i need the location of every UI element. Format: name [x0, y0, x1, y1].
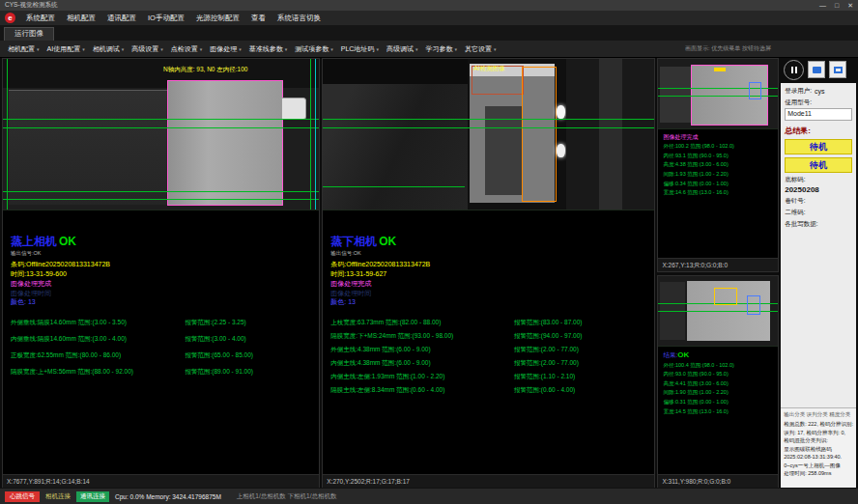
alarm-range: 报警范围:(2.25 - 3.25)	[186, 319, 312, 327]
right-camera-image[interactable]: AI检测图像	[323, 59, 654, 210]
roi-box-yellow	[714, 288, 737, 305]
menu-item[interactable]: 通讯配置	[101, 14, 142, 23]
small-camera-column: 图像处理完成 外径:100.2 范围:(98.0 - 102.0)内径:93.1…	[657, 58, 779, 489]
measurement-row: 隔膜宽度:上+MS:56mm 范围:(88.00 - 92.00)报警范围:(8…	[11, 368, 311, 377]
guide-line	[315, 59, 316, 210]
measure-line	[323, 127, 654, 128]
chevron-down-icon: ▾	[82, 46, 85, 52]
toolbar-item[interactable]: 学习参数▾	[421, 44, 461, 54]
measurement-value: 内侧垂线:隔膜14.60mm 范围:(3.00 - 4.00)	[11, 335, 186, 344]
toolbar-item-label: 相机配置	[8, 44, 35, 54]
chevron-down-icon: ▾	[239, 46, 242, 52]
model-label: 使用型号:	[785, 98, 852, 107]
right-barcode: 条码:Offline2025020813313472B	[330, 260, 646, 269]
pause-icon	[795, 67, 797, 73]
small-top-camera-image[interactable]	[658, 59, 778, 129]
toolbar-item-label: 点检设置	[171, 44, 198, 54]
menu-item[interactable]: 查看	[245, 14, 272, 23]
stats-panel: 输出分类 误判分类 精度分类 检测总数: 222, 检码分辨识别:误判: 17,…	[781, 407, 856, 489]
small-bottom-result-area: 结果:OK 外径:100.4 范围:(98.0 - 102.0)内径:93.0 …	[658, 347, 778, 475]
roll-number-label: 卷针号:	[785, 197, 852, 206]
alarm-range: 报警范围:(89.00 - 91.00)	[186, 368, 312, 377]
measurement-line: 内径:93.0 范围:(90.0 - 95.0)	[663, 370, 773, 379]
toolbar-item[interactable]: 高级设置▾	[128, 44, 167, 54]
toolbar-item[interactable]: 图像处理▾	[206, 44, 245, 54]
stats-line: 处理时间: 258.09ms	[784, 469, 853, 478]
small-bottom-result-ok: OK	[677, 350, 689, 359]
toolbar-item[interactable]: 点检设置▾	[167, 44, 207, 54]
maximize-button[interactable]: □	[835, 2, 839, 9]
qr-code-label: 二维码:	[785, 209, 852, 217]
tab-bar: 运行图像	[0, 26, 858, 41]
toolbar-item[interactable]: 高级调试▾	[383, 44, 422, 54]
menu-item[interactable]: IO手动配置	[142, 14, 190, 23]
toolbar-item[interactable]: AI使用配置▾	[43, 44, 89, 54]
left-process-status: 图像处理完成	[11, 279, 311, 289]
left-output-signal: 输出信号:OK	[11, 250, 311, 257]
alarm-range: 报警范围:(65.00 - 85.00)	[186, 351, 312, 360]
menu-item[interactable]: 系统语言切换	[272, 14, 327, 23]
roi-box-blue	[747, 295, 760, 315]
chevron-down-icon: ▾	[285, 46, 288, 52]
chevron-down-icon: ▾	[376, 46, 379, 52]
left-barcode: 条码:Offline2025020813313472B	[11, 260, 311, 269]
toolbar-note: 画面显示: 优先级菜单 按钮待选屏	[685, 44, 771, 53]
part-body-left	[9, 90, 167, 205]
batch-data-label: 各批写数据:	[785, 220, 852, 229]
comm-link-status: 通讯连接	[76, 491, 109, 502]
measurement-value: 外侧主线:4.38mm 范围:(6.00 - 9.00)	[330, 346, 514, 354]
measure-line	[3, 191, 319, 192]
measurement-value: 正极宽度:62.55mm 范围:(80.00 - 86.00)	[11, 351, 186, 360]
measurement-line: 间隙:1.90 范围:(1.00 - 2.20)	[663, 388, 773, 398]
minimize-button[interactable]: —	[819, 2, 826, 9]
left-result-area: 蒸上相机OK 输出信号:OK 条码:Offline202502081331347…	[3, 210, 319, 474]
measurement-value: 外侧垂线:隔膜14.60mm 范围:(3.00 - 3.50)	[11, 319, 186, 327]
toolbar-item[interactable]: 相机调试▾	[89, 44, 129, 54]
small-top-process-status: 图像处理完成	[663, 133, 773, 142]
alarm-range: 报警范围:(1.10 - 2.10)	[514, 373, 646, 381]
alarm-range: 报警范围:(2.00 - 77.00)	[514, 359, 646, 368]
app-logo-icon: e	[5, 13, 15, 23]
toolbar-item[interactable]: 测试项参数▾	[291, 44, 337, 54]
measurement-line: 外径:100.2 范围:(98.0 - 102.0)	[663, 142, 773, 152]
guide-line	[7, 59, 8, 210]
tab-run-image[interactable]: 运行图像	[4, 27, 54, 41]
menu-item[interactable]: 相机配置	[61, 14, 101, 23]
left-batch: 颜色: 13	[11, 297, 311, 307]
pause-button[interactable]	[784, 60, 804, 80]
toolbar-item[interactable]: PLC地址码▾	[337, 44, 383, 54]
camera-capture-button[interactable]	[808, 61, 825, 78]
toolbar-item-label: 测试项参数	[295, 44, 329, 54]
toolbar-item[interactable]: 相机配置▾	[4, 44, 43, 54]
close-button[interactable]: ✕	[847, 2, 853, 9]
measurement-row: 内侧主线:左侧:1.93mm 范围:(1.00 - 2.20)报警范围:(1.1…	[330, 373, 646, 381]
sidebar: 登录用户: cys 使用型号: Mode11 总结果: 待机 待机 底标码: 2…	[781, 58, 856, 489]
result-badge-top: 待机	[785, 139, 852, 154]
measure-line	[3, 199, 319, 200]
menu-item-list: 系统配置相机配置通讯配置IO手动配置光源控制配置查看系统语言切换	[20, 14, 327, 23]
chevron-down-icon: ▾	[454, 46, 457, 52]
small-top-panel: 图像处理完成 外径:100.2 范围:(98.0 - 102.0)内径:93.1…	[657, 58, 779, 272]
right-cursor-info: X:270,Y:2502;R:17;G:17;B:17	[327, 478, 410, 485]
chevron-down-icon: ▾	[494, 46, 497, 52]
model-value[interactable]: Mode11	[785, 108, 852, 121]
measurement-value: 隔膜宽度:上+MS:56mm 范围:(88.00 - 92.00)	[11, 368, 186, 377]
alarm-range: 报警范围:(3.00 - 4.00)	[186, 335, 312, 344]
login-user-label: 登录用户:	[785, 87, 812, 96]
toolbar-item[interactable]: 基准线参数▾	[245, 44, 292, 54]
right-process-status: 图像处理完成	[330, 279, 646, 289]
stats-line-list: 检测总数: 222, 检码分辨识别:误判: 17, 检码分辨率判: 0,检码混批…	[784, 420, 853, 478]
toolbar-item[interactable]: 其它设置▾	[461, 44, 500, 54]
left-camera-image[interactable]: N轴内高度: 93, N0 左内径:100	[3, 59, 319, 210]
small-bottom-camera-image[interactable]	[658, 276, 778, 347]
monitor-button[interactable]	[829, 61, 846, 78]
right-result-title: 蒸下相机OK	[330, 236, 646, 248]
menu-item[interactable]: 系统配置	[20, 14, 61, 23]
heartbeat-badge: 心跳信号	[5, 491, 40, 502]
menu-item[interactable]: 光源控制配置	[190, 14, 245, 23]
measurement-value: 内侧主线:左侧:1.93mm 范围:(1.00 - 2.20)	[330, 373, 514, 381]
chevron-down-icon: ▾	[415, 46, 418, 52]
measurement-line: 高度:4.41 范围:(3.00 - 6.00)	[663, 379, 773, 389]
alarm-range: 报警范围:(83.00 - 87.00)	[514, 319, 646, 327]
toolbar-item-label: 相机调试	[93, 44, 120, 54]
